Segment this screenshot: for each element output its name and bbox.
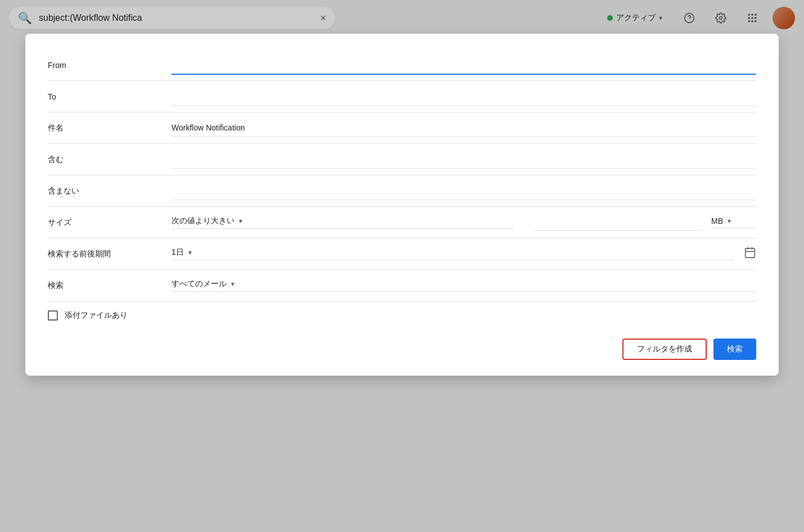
contains-row: 含む	[48, 144, 756, 175]
contains-input-wrapper	[171, 150, 756, 169]
modal-overlay: From To 件名 含む 含まない	[0, 0, 804, 532]
to-input-wrapper	[171, 87, 756, 106]
subject-input-wrapper	[171, 119, 756, 137]
filter-dialog: From To 件名 含む 含まない	[25, 34, 779, 376]
date-period-select[interactable]: 1日 ▾	[171, 247, 735, 260]
size-row: サイズ 次の値より大きい ▾ MB ▾	[48, 207, 756, 238]
from-label: From	[48, 61, 171, 70]
not-contains-row: 含まない	[48, 175, 756, 207]
search-scope-text: すべてのメール	[171, 279, 227, 289]
search-scope-select[interactable]: すべてのメール ▾	[171, 279, 756, 292]
not-contains-label: 含まない	[48, 186, 171, 196]
from-input-wrapper	[171, 56, 756, 75]
to-label: To	[48, 92, 171, 101]
subject-label: 件名	[48, 123, 171, 133]
not-contains-input[interactable]	[171, 182, 756, 200]
size-value-input[interactable]	[531, 215, 702, 231]
search-scope-row: 検索 すべてのメール ▾	[48, 270, 756, 301]
date-period-row: 検索する前後期間 1日 ▾	[48, 238, 756, 270]
svg-rect-12	[746, 249, 755, 258]
size-unit-chevron-icon: ▾	[728, 217, 731, 225]
from-row: From	[48, 49, 756, 81]
search-scope-label: 検索	[48, 281, 171, 291]
from-input[interactable]	[171, 56, 756, 74]
not-contains-input-wrapper	[171, 182, 756, 200]
size-label: サイズ	[48, 218, 171, 228]
create-filter-button[interactable]: フィルタを作成	[622, 339, 707, 360]
date-period-label: 検索する前後期間	[48, 249, 171, 259]
calendar-icon	[744, 246, 756, 259]
subject-input[interactable]	[171, 119, 756, 137]
size-operator-chevron-icon: ▾	[239, 217, 242, 225]
calendar-button[interactable]	[744, 246, 756, 262]
size-unit-select[interactable]: MB ▾	[711, 217, 756, 228]
date-period-text: 1日	[171, 247, 184, 258]
size-operator-text: 次の値より大きい	[171, 216, 234, 226]
subject-row: 件名	[48, 112, 756, 144]
form-buttons: フィルタを作成 検索	[48, 339, 756, 360]
search-scope-chevron-icon: ▾	[231, 280, 234, 288]
to-row: To	[48, 81, 756, 112]
attachment-checkbox[interactable]	[48, 310, 58, 321]
date-period-chevron-icon: ▾	[188, 249, 192, 256]
size-unit-text: MB	[711, 217, 723, 226]
size-operator-select[interactable]: 次の値より大きい ▾	[171, 216, 513, 229]
attachment-row: 添付ファイルあり	[48, 301, 756, 330]
contains-label: 含む	[48, 155, 171, 165]
attachment-label: 添付ファイルあり	[65, 310, 128, 321]
search-button[interactable]: 検索	[713, 339, 756, 360]
to-input[interactable]	[171, 87, 756, 105]
contains-input[interactable]	[171, 150, 756, 168]
